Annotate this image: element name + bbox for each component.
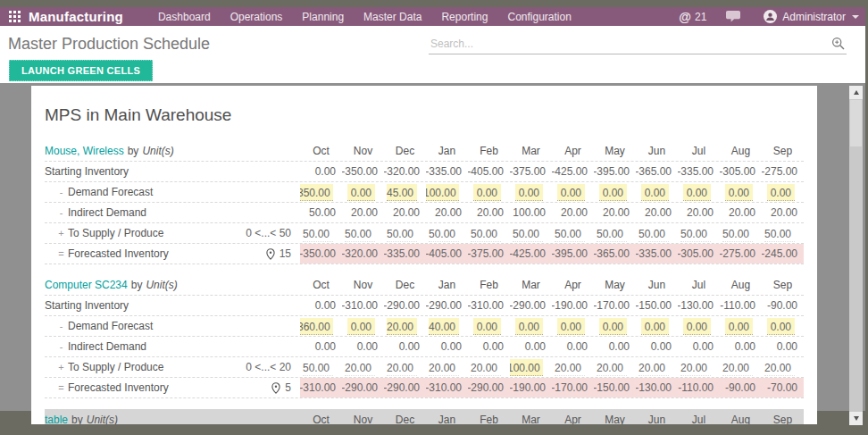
mps-cell-supply: 50.00 — [300, 223, 342, 243]
mps-cell-forecast: -335.00 — [384, 244, 426, 264]
menu-reporting[interactable]: Reporting — [431, 7, 497, 26]
launch-green-cells-button[interactable]: LAUNCH GREEN CELLS — [9, 60, 153, 81]
editable-cell-demand[interactable]: 0.00 — [641, 318, 669, 335]
editable-cell-demand[interactable]: 0.00 — [473, 318, 501, 335]
product-link[interactable]: table — [45, 414, 68, 425]
editable-cell-supply[interactable]: 50.00 — [387, 225, 417, 242]
mps-cell-supply: 50.00 — [678, 223, 720, 243]
mps-cell-indirect: 20.00 — [594, 203, 636, 222]
editable-cell-supply[interactable]: 100.00 — [510, 359, 543, 376]
editable-cell-supply[interactable]: 50.00 — [597, 225, 627, 242]
editable-cell-demand[interactable]: 0.00 — [557, 318, 585, 335]
month-col-header: Feb — [468, 141, 510, 161]
product-link[interactable]: Mouse, Wireless — [45, 145, 124, 157]
editable-cell-demand[interactable]: 0.00 — [347, 184, 375, 201]
editable-cell-demand[interactable]: 0.00 — [515, 318, 543, 335]
magnifier-plus-icon[interactable] — [828, 37, 847, 53]
month-col-header: Dec — [384, 409, 426, 424]
month-col-header: Feb — [468, 409, 510, 424]
product-link[interactable]: Computer SC234 — [45, 279, 128, 291]
scrollbar-down-button[interactable] — [849, 412, 863, 425]
mps-cell-indirect: 20.00 — [678, 203, 720, 222]
editable-cell-demand[interactable]: 0.00 — [515, 184, 543, 201]
scrollbar-up-button[interactable] — [849, 86, 863, 99]
editable-cell-demand[interactable]: 20.00 — [387, 318, 417, 335]
editable-cell-supply[interactable]: 50.00 — [429, 225, 459, 242]
editable-cell-demand[interactable]: 45.00 — [387, 184, 417, 201]
month-col-header: Sep — [762, 409, 804, 424]
mps-row-demand: -Demand Forecast350.000.0045.00100.000.0… — [45, 182, 804, 203]
editable-cell-demand[interactable]: 0.00 — [767, 184, 795, 201]
editable-cell-supply[interactable]: 20.00 — [597, 359, 627, 376]
vertical-scrollbar[interactable] — [849, 86, 863, 425]
top-menu-bar: DashboardOperationsPlanningMaster DataRe… — [148, 7, 581, 26]
editable-cell-demand[interactable]: 360.00 — [300, 318, 333, 335]
mps-cell-demand: 40.00 — [426, 316, 468, 336]
editable-cell-supply[interactable]: 50.00 — [680, 225, 711, 242]
editable-cell-supply[interactable]: 20.00 — [387, 359, 417, 376]
editable-cell-demand[interactable]: 100.00 — [426, 184, 459, 201]
editable-cell-supply[interactable]: 20.00 — [680, 359, 711, 376]
mps-cell-indirect: 20.00 — [342, 203, 384, 222]
editable-cell-supply[interactable]: 20.00 — [345, 359, 375, 376]
editable-cell-supply[interactable]: 50.00 — [764, 225, 795, 242]
editable-cell-supply[interactable]: 50.00 — [345, 225, 375, 242]
editable-cell-supply[interactable]: 20.00 — [764, 359, 795, 376]
mps-cell-supply: 50.00 — [636, 223, 678, 243]
editable-cell-supply[interactable]: 50.00 — [513, 225, 543, 242]
mps-row-indirect: -Indirect Demand0.000.000.000.000.000.00… — [45, 337, 804, 357]
editable-cell-supply[interactable]: 50.00 — [471, 225, 501, 242]
editable-cell-supply[interactable]: 20.00 — [638, 359, 669, 376]
editable-cell-supply[interactable]: 50.00 — [722, 225, 753, 242]
mps-cell-starting: -310.00 — [468, 296, 510, 315]
user-menu[interactable]: Administrator — [764, 10, 859, 23]
month-col-header: Jul — [678, 275, 720, 295]
menu-master-data[interactable]: Master Data — [354, 7, 431, 26]
app-title[interactable]: Manufacturing — [29, 9, 123, 24]
editable-cell-supply[interactable]: 50.00 — [303, 225, 333, 242]
editable-cell-demand[interactable]: 0.00 — [683, 184, 711, 201]
editable-cell-supply[interactable]: 50.00 — [303, 359, 333, 376]
editable-cell-supply[interactable]: 50.00 — [555, 225, 585, 242]
editable-cell-demand[interactable]: 350.00 — [300, 184, 333, 201]
apps-grid-icon[interactable] — [0, 11, 29, 22]
row-label-supply: +To Supply / Produce — [45, 357, 241, 377]
editable-cell-demand[interactable]: 0.00 — [725, 318, 753, 335]
mps-cell-demand: 0.00 — [468, 316, 510, 336]
menu-dashboard[interactable]: Dashboard — [148, 7, 221, 26]
mps-cell-starting: -320.00 — [384, 162, 426, 181]
editable-cell-demand[interactable]: 0.00 — [725, 184, 753, 201]
month-col-header: Apr — [552, 275, 594, 295]
scrollbar-thumb[interactable] — [850, 100, 862, 146]
mps-row-indirect: -Indirect Demand50.0020.0020.0020.0020.0… — [45, 203, 804, 223]
row-sign: = — [54, 248, 68, 259]
row-label-text: Starting Inventory — [45, 299, 129, 312]
activities-button[interactable]: @ 21 — [679, 10, 706, 24]
menu-planning[interactable]: Planning — [292, 7, 354, 26]
mps-cell-supply: 50.00 — [426, 223, 468, 243]
menu-configuration[interactable]: Configuration — [497, 7, 580, 26]
month-col-header: Jan — [426, 275, 468, 295]
mps-cell-forecast: -150.00 — [594, 378, 636, 397]
editable-cell-demand[interactable]: 0.00 — [347, 318, 375, 335]
month-col-header: Oct — [300, 141, 342, 161]
editable-cell-supply[interactable]: 20.00 — [555, 359, 585, 376]
editable-cell-supply[interactable]: 50.00 — [638, 225, 669, 242]
row-label-demand: -Demand Forecast — [45, 182, 241, 202]
message-bubble-icon[interactable] — [726, 11, 740, 22]
menu-operations[interactable]: Operations — [221, 7, 293, 26]
editable-cell-demand[interactable]: 0.00 — [557, 184, 585, 201]
editable-cell-demand[interactable]: 0.00 — [473, 184, 501, 201]
editable-cell-demand[interactable]: 0.00 — [641, 184, 669, 201]
navbar-right: @ 21 Administrator — [679, 10, 868, 24]
editable-cell-supply[interactable]: 20.00 — [722, 359, 753, 376]
editable-cell-demand[interactable]: 0.00 — [599, 318, 627, 335]
editable-cell-supply[interactable]: 20.00 — [429, 359, 459, 376]
editable-cell-demand[interactable]: 0.00 — [683, 318, 711, 335]
search-input[interactable] — [429, 35, 828, 54]
editable-cell-demand[interactable]: 0.00 — [599, 184, 627, 201]
editable-cell-demand[interactable]: 40.00 — [429, 318, 459, 335]
mps-cell-supply: 20.00 — [426, 357, 468, 377]
editable-cell-supply[interactable]: 20.00 — [471, 359, 501, 376]
editable-cell-demand[interactable]: 0.00 — [767, 318, 795, 335]
